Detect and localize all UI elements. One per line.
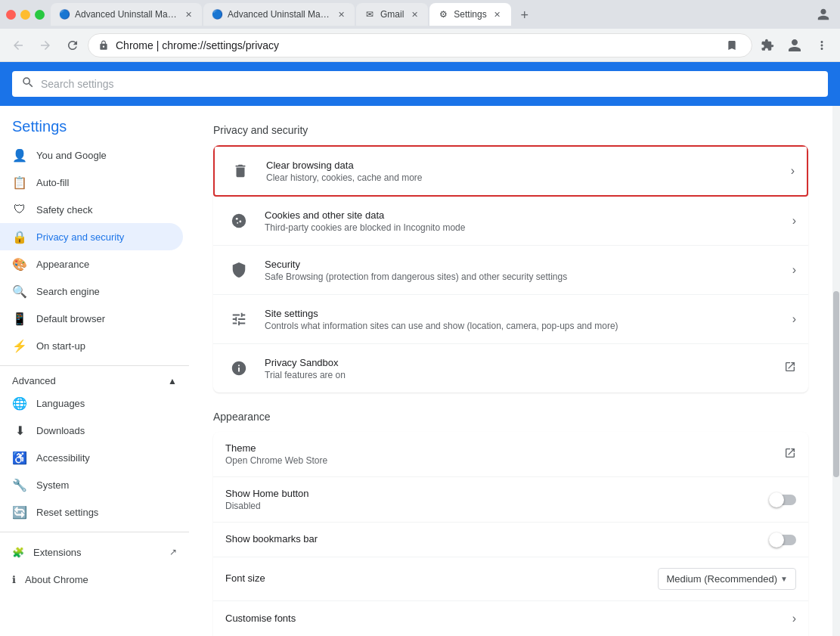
customise-fonts-content: Customise fonts	[225, 613, 780, 625]
security-title: Security	[265, 259, 780, 270]
forward-button[interactable]	[33, 33, 57, 57]
sidebar-label-accessibility: Accessibility	[36, 452, 90, 464]
tabs-bar: 🔵 Advanced Uninstall Manager: ✕ 🔵 Advanc…	[51, 3, 807, 26]
clear-browsing-item[interactable]: Clear browsing data Clear history, cooki…	[213, 145, 808, 197]
font-size-value: Medium (Recommended)	[666, 573, 777, 585]
sidebar-header: Settings	[0, 106, 189, 141]
sidebar-item-safety-check[interactable]: 🛡 Safety check	[0, 196, 183, 223]
customise-fonts-chevron: ›	[792, 612, 796, 625]
show-home-content: Show Home button Disabled	[225, 488, 758, 511]
tab-tab4[interactable]: ⚙ Settings ✕	[429, 3, 510, 26]
security-icon	[225, 256, 253, 284]
site-settings-subtitle: Controls what information sites can use …	[265, 321, 780, 331]
sidebar-item-appearance[interactable]: 🎨 Appearance	[0, 250, 183, 278]
tab-favicon-tab3: ✉	[364, 8, 376, 20]
scrollbar-thumb[interactable]	[833, 291, 839, 476]
sidebar-title: Settings	[12, 118, 177, 135]
customise-fonts-item[interactable]: Customise fonts ›	[213, 601, 808, 636]
sidebar-label-privacy-security: Privacy and security	[36, 231, 124, 243]
theme-external-icon	[784, 447, 796, 462]
search-input[interactable]	[41, 78, 819, 90]
sidebar-icon-downloads: ⬇	[12, 423, 27, 438]
show-home-button-item[interactable]: Show Home button Disabled	[213, 477, 808, 523]
tab-tab1[interactable]: 🔵 Advanced Uninstall Manager: ✕	[51, 3, 202, 26]
customise-fonts-title: Customise fonts	[225, 613, 780, 624]
cookies-chevron: ›	[792, 214, 796, 228]
cookies-item[interactable]: Cookies and other site data Third-party …	[213, 197, 808, 246]
site-settings-chevron: ›	[792, 312, 796, 326]
tab-title-tab4: Settings	[454, 9, 486, 20]
sidebar-icon-system: 🔧	[12, 477, 27, 492]
sidebar-icon-search-engine: 🔍	[12, 284, 27, 299]
sidebar-item-search-engine[interactable]: 🔍 Search engine	[0, 278, 183, 305]
tab-close-tab2[interactable]: ✕	[335, 8, 347, 20]
search-input-wrap[interactable]	[12, 71, 828, 97]
profile-button[interactable]	[813, 4, 834, 25]
nav-bar: Chrome | chrome://settings/privacy	[0, 29, 840, 62]
font-size-content: Font size	[225, 572, 646, 585]
chrome-menu-button[interactable]	[810, 33, 834, 57]
scrollbar-track[interactable]	[832, 106, 840, 636]
font-size-chevron: ▼	[780, 575, 788, 583]
window-controls	[6, 10, 45, 20]
svg-point-3	[237, 222, 238, 224]
privacy-sandbox-content: Privacy Sandbox Trial features are on	[265, 357, 772, 380]
tab-favicon-tab1: 🔵	[58, 8, 70, 20]
sidebar-item-system[interactable]: 🔧 System	[0, 471, 183, 498]
svg-point-0	[232, 214, 246, 228]
sidebar-item-languages[interactable]: 🌐 Languages	[0, 389, 183, 417]
back-button[interactable]	[6, 33, 30, 57]
font-size-title: Font size	[225, 572, 646, 584]
sidebar-item-about[interactable]: ℹ About Chrome	[0, 566, 189, 593]
theme-item[interactable]: Theme Open Chrome Web Store	[213, 432, 808, 477]
sidebar-item-reset-settings[interactable]: 🔄 Reset settings	[0, 498, 183, 526]
tab-tab2[interactable]: 🔵 Advanced Uninstall Manager o... ✕	[203, 3, 355, 26]
clear-browsing-icon	[227, 157, 254, 185]
advanced-section-header[interactable]: Advanced ▲	[0, 372, 189, 389]
title-bar: 🔵 Advanced Uninstall Manager: ✕ 🔵 Advanc…	[0, 0, 840, 29]
tab-close-tab3[interactable]: ✕	[408, 8, 420, 20]
new-tab-button[interactable]: +	[514, 5, 535, 26]
sidebar-icon-reset-settings: 🔄	[12, 504, 27, 520]
close-button[interactable]	[6, 10, 16, 20]
tab-close-tab4[interactable]: ✕	[491, 8, 504, 20]
sidebar-item-you-google[interactable]: 👤 You and Google	[0, 141, 183, 169]
bookmark-button[interactable]	[721, 35, 742, 56]
show-home-toggle[interactable]	[770, 495, 796, 505]
sidebar-icon-auto-fill: 📋	[12, 175, 27, 190]
font-size-item[interactable]: Font size Medium (Recommended) ▼	[213, 557, 808, 601]
sidebar-icon-accessibility: ♿	[12, 450, 27, 465]
browser-actions	[813, 4, 834, 25]
show-bookmarks-item[interactable]: Show bookmarks bar	[213, 523, 808, 557]
tab-close-tab1[interactable]: ✕	[182, 8, 194, 20]
site-settings-item[interactable]: Site settings Controls what information …	[213, 295, 808, 344]
privacy-sandbox-icon	[225, 355, 253, 382]
privacy-sandbox-subtitle: Trial features are on	[265, 370, 772, 380]
tab-favicon-tab4: ⚙	[437, 8, 449, 20]
sidebar-item-auto-fill[interactable]: 📋 Auto-fill	[0, 169, 183, 196]
sidebar-item-default-browser[interactable]: 📱 Default browser	[0, 305, 183, 332]
security-chevron: ›	[792, 263, 796, 277]
sidebar-item-extensions[interactable]: 🧩 Extensions ↗	[0, 538, 189, 566]
sidebar-item-on-startup[interactable]: ⚡ On start-up	[0, 332, 183, 359]
svg-point-1	[236, 218, 238, 220]
privacy-sandbox-external	[784, 361, 796, 376]
sidebar-item-accessibility[interactable]: ♿ Accessibility	[0, 444, 183, 471]
security-item[interactable]: Security Safe Browsing (protection from …	[213, 246, 808, 295]
sidebar-label-search-engine: Search engine	[36, 286, 100, 297]
address-actions	[721, 35, 742, 56]
extensions-button[interactable]	[755, 33, 780, 57]
address-bar[interactable]: Chrome | chrome://settings/privacy	[88, 33, 752, 57]
tab-tab3[interactable]: ✉ Gmail ✕	[356, 3, 428, 26]
sidebar-item-downloads[interactable]: ⬇ Downloads	[0, 417, 183, 444]
reload-button[interactable]	[60, 33, 85, 57]
privacy-sandbox-item[interactable]: Privacy Sandbox Trial features are on	[213, 344, 808, 392]
user-profile-button[interactable]	[783, 33, 807, 57]
font-size-select[interactable]: Medium (Recommended) ▼	[658, 568, 796, 590]
advanced-label: Advanced	[12, 375, 56, 386]
site-settings-icon	[225, 306, 253, 333]
minimize-button[interactable]	[20, 10, 30, 20]
show-bookmarks-toggle[interactable]	[770, 535, 796, 545]
sidebar-item-privacy-security[interactable]: 🔒 Privacy and security	[0, 223, 183, 250]
maximize-button[interactable]	[35, 10, 45, 20]
